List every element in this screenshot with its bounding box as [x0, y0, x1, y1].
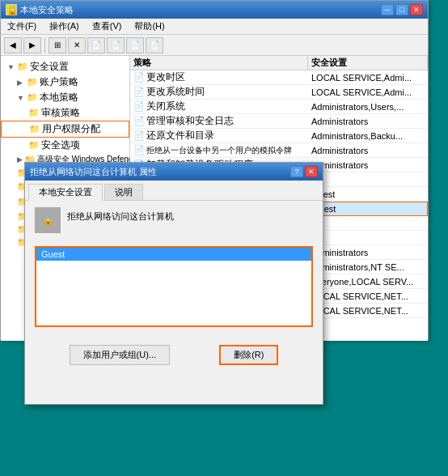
policy-icon: 📄: [133, 87, 145, 97]
folder-icon-secopts: 📁: [28, 140, 40, 151]
title-bar: 🔒 本地安全策略 ─ □ ✕: [1, 1, 428, 19]
folder-icon-audit: 📁: [28, 108, 40, 118]
policy-value-cell: [308, 223, 428, 224]
forward-button[interactable]: ▶: [23, 37, 41, 53]
table-row[interactable]: 📄拒绝从一台设备中另一个用户的模拟令牌 Administrators: [130, 143, 428, 158]
table-row[interactable]: 📄更改时区 LOCAL SERVICE,Admi...: [130, 70, 428, 85]
table-row[interactable]: 📄关闭系统 Administrators,Users,...: [130, 100, 428, 114]
title-controls: ─ □ ✕: [381, 4, 423, 15]
policy-icon: 📄: [133, 101, 145, 112]
dialog-help-button[interactable]: ?: [290, 166, 303, 177]
remove-button[interactable]: 删除(R): [219, 345, 278, 365]
policy-value-cell: LOCAL SERVICE,Admi...: [308, 72, 428, 83]
tree-item-audit[interactable]: 📁 审核策略: [1, 105, 129, 121]
dialog-title-text: 拒绝从网络访问这台计算机 属性: [30, 166, 157, 178]
folder-icon-userrights: 📁: [29, 124, 40, 134]
policy-icon: 📄: [133, 130, 145, 141]
tree-item-account-policy[interactable]: ▶ 📁 账户策略: [1, 74, 129, 90]
toolbar-btn-2[interactable]: ✕: [68, 37, 86, 53]
column-header: 策略 安全设置: [130, 56, 428, 70]
toolbar-btn-5[interactable]: 📄: [126, 37, 144, 53]
policy-value-cell: [308, 237, 428, 239]
table-row[interactable]: 📄管理审核和安全日志 Administrators: [130, 114, 428, 129]
policy-name-cell: 📄关闭系统: [130, 99, 308, 114]
toolbar-btn-3[interactable]: 📄: [87, 37, 105, 53]
policy-value-cell: Administrators: [308, 247, 428, 258]
close-button[interactable]: ✕: [410, 4, 423, 15]
policy-value-cell: Administrators,Users,...: [308, 101, 428, 113]
folder-icon-security: 📁: [17, 62, 28, 72]
tab-description[interactable]: 说明: [104, 184, 143, 200]
toolbar-btn-4[interactable]: 📄: [107, 37, 125, 53]
policy-icon: 📄: [133, 116, 145, 126]
tree-item-security-options[interactable]: 📁 安全选项: [1, 138, 129, 153]
dialog-title-bar: 拒绝从网络访问这台计算机 属性 ? ✕: [25, 163, 323, 181]
menu-file[interactable]: 文件(F): [4, 19, 40, 33]
folder-icon-account: 📁: [27, 77, 38, 87]
dialog-policy-icon: 🔒: [35, 207, 61, 233]
listbox-item-guest[interactable]: Guest: [36, 248, 311, 261]
policy-value-cell: Everyone,LOCAL SERV...: [308, 276, 428, 287]
col-setting: 安全设置: [308, 56, 428, 70]
toolbar: ◀ ▶ ⊞ ✕ 📄 📄 📄 📄: [1, 35, 428, 56]
app-icon: 🔒: [6, 4, 17, 15]
policy-value-cell: Administrators,Backu...: [308, 130, 428, 142]
tree-item-user-rights[interactable]: 📁 用户权限分配: [1, 121, 129, 138]
dialog-content: 🔒 拒绝从网络访问这台计算机 Guest 添加用户或组(U)... 删除(R): [25, 201, 323, 378]
policy-value-cell: Administrators: [308, 145, 428, 156]
dialog-policy-name: 拒绝从网络访问这台计算机: [67, 207, 174, 223]
policy-value-cell: LOCAL SERVICE,NET...: [308, 305, 428, 317]
policy-name-cell: 📄更改系统时间: [130, 84, 308, 100]
back-button[interactable]: ◀: [4, 37, 22, 53]
user-listbox[interactable]: Guest: [35, 246, 313, 327]
tree-item-security-settings[interactable]: ▼ 📁 安全设置: [1, 59, 129, 74]
toolbar-separator-1: [44, 38, 45, 53]
dialog-tabs: 本地安全设置 说明: [25, 181, 323, 201]
dialog-title-controls: ? ✕: [290, 166, 318, 177]
main-window-title: 本地安全策略: [20, 4, 74, 16]
tab-local-security[interactable]: 本地安全设置: [28, 184, 103, 201]
minimize-button[interactable]: ─: [381, 4, 394, 15]
toolbar-btn-1[interactable]: ⊞: [49, 37, 66, 53]
policy-name-cell: 📄还原文件和目录: [130, 128, 308, 143]
policy-value-cell: LOCAL SERVICE,Admi...: [308, 87, 428, 98]
policy-name-cell: 📄拒绝从一台设备中另一个用户的模拟令牌: [130, 144, 308, 157]
table-row[interactable]: 📄更改系统时间 LOCAL SERVICE,Admi...: [130, 85, 428, 100]
policy-icon: 📄: [133, 72, 145, 83]
policy-name-cell: 📄管理审核和安全日志: [130, 113, 308, 129]
dialog-close-button[interactable]: ✕: [305, 166, 318, 177]
menu-view[interactable]: 查看(V): [89, 19, 125, 33]
policy-name-cell: 📄更改时区: [130, 70, 308, 85]
dialog-icon-row: 🔒 拒绝从网络访问这台计算机: [35, 207, 313, 233]
policy-value-cell: Administrators,NT SE...: [308, 261, 428, 273]
policy-value-cell: Guest: [309, 203, 427, 215]
menu-help[interactable]: 帮助(H): [131, 19, 167, 33]
policy-icon: 📄: [133, 145, 145, 155]
maximize-button[interactable]: □: [395, 4, 408, 15]
policy-value-cell: Administrators: [308, 116, 428, 127]
policy-value-cell: LOCAL SERVICE,NET...: [308, 291, 428, 302]
policy-value-cell: [308, 179, 428, 181]
col-policy: 策略: [130, 56, 308, 70]
tree-item-local-policy[interactable]: ▼ 📁 本地策略: [1, 90, 129, 105]
add-user-button[interactable]: 添加用户或组(U)...: [70, 345, 170, 365]
dialog-footer: 添加用户或组(U)... 删除(R): [35, 338, 313, 372]
toolbar-btn-6[interactable]: 📄: [146, 37, 163, 53]
table-row[interactable]: 📄还原文件和目录 Administrators,Backu...: [130, 129, 428, 143]
policy-value-cell: Administrators: [308, 159, 428, 171]
policy-value-cell: Guest: [308, 189, 428, 200]
menu-bar: 文件(F) 操作(A) 查看(V) 帮助(H): [1, 19, 428, 35]
folder-icon-local: 📁: [27, 92, 38, 103]
properties-dialog: 拒绝从网络访问这台计算机 属性 ? ✕ 本地安全设置 说明 🔒 拒绝从网络访问这…: [24, 162, 323, 405]
menu-action[interactable]: 操作(A): [46, 19, 82, 33]
title-bar-left: 🔒 本地安全策略: [6, 4, 74, 16]
